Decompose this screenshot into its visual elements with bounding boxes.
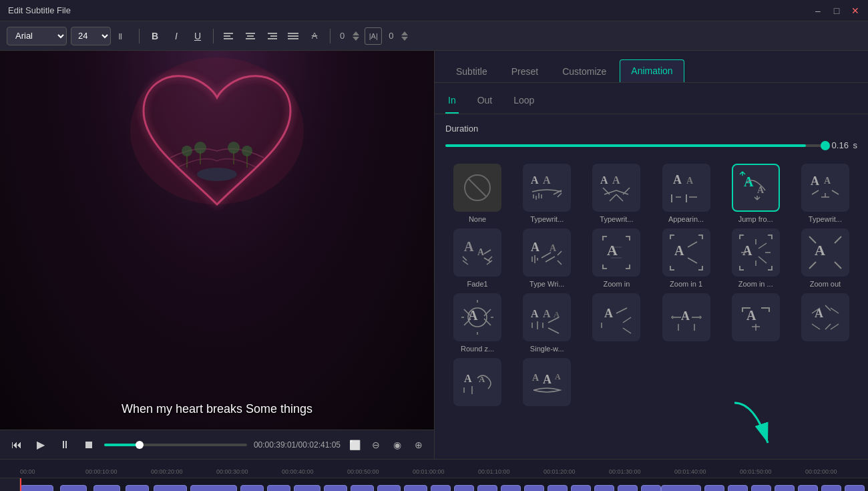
anim-thumb-typewrite2: A A: [592, 164, 640, 212]
anim-item-17[interactable]: A: [724, 293, 788, 353]
timeline-clip[interactable]: What do...: [190, 485, 237, 491]
align-center-button[interactable]: [242, 27, 259, 45]
ruler-mark: 00:00:50:00: [347, 468, 413, 475]
anim-item-singlew[interactable]: A A A Single-w...: [515, 293, 579, 353]
subtab-out[interactable]: Out: [475, 91, 495, 114]
maximize-button[interactable]: □: [831, 5, 843, 17]
anim-item-typewrite1[interactable]: A A Typewrit...: [515, 164, 579, 223]
timeline-clip[interactable]: [571, 485, 591, 491]
tab-preset[interactable]: Preset: [501, 61, 549, 82]
underline-button[interactable]: U: [189, 27, 206, 45]
timeline-clip[interactable]: [267, 485, 290, 491]
timeline-clip[interactable]: [377, 485, 401, 491]
subtab-in[interactable]: In: [445, 91, 459, 114]
timeline-clip[interactable]: [751, 485, 771, 491]
anim-label-typewrite2: Typewrit...: [600, 215, 633, 223]
timeline-clip[interactable]: [431, 485, 451, 491]
right-panel: Subtitle Preset Customize Animation In O…: [434, 51, 868, 459]
align-left-button[interactable]: [220, 27, 238, 45]
text-decoration-button[interactable]: A: [306, 27, 323, 45]
timeline-clip[interactable]: ...: [20, 485, 53, 491]
anim-item-none[interactable]: None: [445, 164, 509, 223]
timeline-clip[interactable]: [126, 485, 149, 491]
anim-item-typewrite4[interactable]: A A Type Wri...: [515, 228, 579, 288]
zoom-in-button[interactable]: ⊕: [411, 438, 426, 452]
number-stepper-2[interactable]: [400, 30, 409, 42]
tab-customize[interactable]: Customize: [552, 61, 617, 82]
pause-button[interactable]: ⏸: [56, 436, 73, 454]
timeline-clip[interactable]: [548, 485, 568, 491]
anim-item-zoomout[interactable]: A Zoom out: [793, 228, 857, 288]
tab-animation[interactable]: Animation: [620, 59, 684, 82]
progress-handle[interactable]: [136, 441, 144, 449]
anim-item-15[interactable]: A: [584, 293, 648, 353]
duration-handle[interactable]: [821, 141, 830, 150]
timeline-clip[interactable]: [294, 485, 320, 491]
svg-text:A: A: [543, 373, 552, 386]
timeline-clip[interactable]: [324, 485, 347, 491]
anim-thumb-18: A: [801, 293, 849, 341]
svg-text:A: A: [531, 240, 539, 254]
timeline-clip[interactable]: [845, 485, 865, 491]
anim-item-jumpfrom[interactable]: A A Jump fro...: [724, 164, 788, 223]
font-select[interactable]: Arial: [7, 27, 67, 45]
timeline-clip[interactable]: a...: [154, 485, 187, 491]
anim-item-16[interactable]: A: [654, 293, 718, 353]
bold-button[interactable]: B: [146, 27, 164, 45]
anim19-icon: A A: [459, 363, 496, 401]
timeline-clip[interactable]: [454, 485, 474, 491]
timeline-clip[interactable]: [477, 485, 497, 491]
anim-item-appearing[interactable]: A A Appearin...: [654, 164, 718, 223]
zoom-out-button[interactable]: ⊖: [369, 438, 383, 452]
anim-item-zoomin2[interactable]: A Zoom in ...: [724, 228, 788, 288]
anim-item-19[interactable]: A A: [445, 358, 509, 410]
timeline-clip[interactable]: I...: [798, 485, 818, 491]
text-style-button[interactable]: Ⅱ: [115, 27, 132, 45]
anim18-icon: A: [807, 299, 844, 336]
svg-text:A: A: [550, 243, 557, 253]
timeline-clip[interactable]: [728, 485, 748, 491]
progress-bar[interactable]: [104, 444, 247, 446]
anim-item-typewrite2[interactable]: A A Typewrit...: [584, 164, 648, 223]
timeline-clip[interactable]: Oh...: [661, 485, 701, 491]
play-button[interactable]: ▶: [32, 436, 49, 454]
timeline-clip[interactable]: [775, 485, 795, 491]
duration-slider[interactable]: [445, 144, 825, 147]
timeline-clip[interactable]: [404, 485, 427, 491]
timeline-clip[interactable]: [501, 485, 521, 491]
close-button[interactable]: ✕: [849, 5, 861, 17]
anim-item-fade1[interactable]: A A A Fade1: [445, 228, 509, 288]
timeline-clip[interactable]: [240, 485, 264, 491]
ruler-mark: 00:01:10:00: [478, 468, 544, 475]
justify-button[interactable]: [284, 27, 302, 45]
tab-subtitle[interactable]: Subtitle: [445, 61, 498, 82]
anim-item-zoomin1[interactable]: A Zoom in 1: [654, 228, 718, 288]
anim-item-18[interactable]: A: [793, 293, 857, 353]
anim-item-typewrite3[interactable]: A A Typewrit...: [793, 164, 857, 223]
italic-button[interactable]: I: [168, 27, 185, 45]
align-right-button[interactable]: [263, 27, 280, 45]
timeline-clip[interactable]: [641, 485, 661, 491]
timeline-clip[interactable]: [704, 485, 724, 491]
skip-back-button[interactable]: ⏮: [8, 436, 25, 454]
font-size-select[interactable]: 24: [71, 27, 111, 45]
titlebar-controls: – □ ✕: [812, 5, 861, 17]
timeline-clip[interactable]: [60, 485, 87, 491]
anim-item-zoomin[interactable]: A Zoom in: [584, 228, 648, 288]
timeline-clip[interactable]: [594, 485, 614, 491]
timeline-clip[interactable]: [618, 485, 638, 491]
clip-button[interactable]: ⬜: [347, 438, 362, 452]
minimize-button[interactable]: –: [812, 5, 824, 17]
timeline-clip[interactable]: [93, 485, 120, 491]
subtab-loop[interactable]: Loop: [511, 91, 537, 114]
ruler-mark: 00:02:00:00: [805, 468, 868, 475]
timeline-clip[interactable]: [351, 485, 374, 491]
stop-button[interactable]: ⏹: [80, 436, 97, 454]
anim-item-20[interactable]: A A A: [515, 358, 579, 410]
anim-item-roundz[interactable]: A Round z...: [445, 293, 509, 353]
anim-thumb-zoomin: A: [592, 228, 640, 277]
timeline-clip[interactable]: [821, 485, 841, 491]
text-fit-button[interactable]: |A|: [365, 27, 382, 45]
timeline-clip[interactable]: [524, 485, 544, 491]
number-stepper-1[interactable]: [351, 30, 361, 42]
